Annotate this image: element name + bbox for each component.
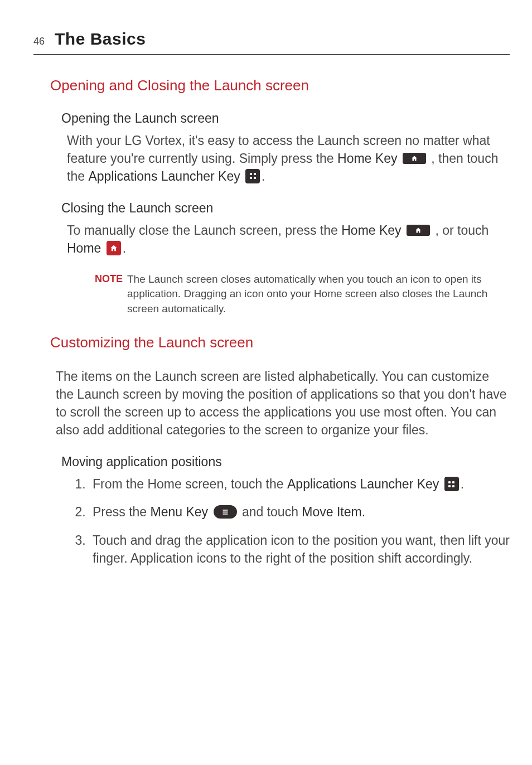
app-launcher-icon: [444, 477, 459, 491]
subheading-moving: Moving application positions: [61, 453, 510, 471]
paragraph-opening: With your LG Vortex, it's easy to access…: [67, 132, 510, 186]
step-3: Touch and drag the application icon to t…: [89, 531, 510, 567]
paragraph-closing: To manually close the Launch screen, pre…: [67, 221, 510, 257]
app-launcher-icon: [245, 169, 260, 183]
svg-rect-2: [223, 514, 228, 515]
steps-list: From the Home screen, touch the Applicat…: [89, 475, 510, 567]
text: .: [461, 477, 464, 491]
subheading-opening: Opening the Launch screen: [61, 110, 510, 127]
home-label: Home: [67, 241, 101, 255]
step-1: From the Home screen, touch the Applicat…: [89, 475, 510, 493]
menu-key-label: Menu Key: [151, 505, 209, 519]
text: .: [262, 169, 265, 183]
page-number: 46: [33, 35, 45, 48]
text: and touch: [242, 505, 302, 519]
home-key-label: Home Key: [337, 151, 397, 166]
text: .: [123, 241, 126, 255]
home-key-icon: [403, 153, 426, 164]
heading-opening-closing: Opening and Closing the Launch screen: [50, 76, 510, 95]
note-block: NOTE The Launch screen closes automatica…: [95, 272, 510, 317]
home-key-icon: [407, 225, 430, 236]
page-header: 46 The Basics: [33, 28, 510, 55]
app-launcher-label: Applications Launcher Key: [88, 169, 240, 183]
section-title: The Basics: [55, 28, 146, 51]
heading-customizing: Customizing the Launch screen: [50, 333, 510, 352]
subheading-closing: Closing the Launch screen: [61, 200, 510, 217]
text: To manually close the Launch screen, pre…: [67, 223, 341, 238]
menu-key-icon: [214, 505, 237, 519]
home-key-label: Home Key: [341, 223, 401, 238]
svg-rect-0: [223, 510, 228, 511]
app-launcher-label: Applications Launcher Key: [287, 477, 439, 491]
move-item-label: Move Item.: [302, 505, 365, 519]
paragraph-customizing-intro: The items on the Launch screen are liste…: [56, 367, 510, 439]
text: , or touch: [435, 223, 489, 238]
step-2: Press the Menu Key and touch Move Item.: [89, 503, 510, 521]
note-label: NOTE: [95, 272, 123, 285]
text: From the Home screen, touch the: [93, 477, 287, 491]
svg-rect-1: [223, 512, 228, 513]
home-app-icon: [107, 241, 121, 255]
text: With your LG Vortex, it's easy to access…: [67, 133, 490, 166]
note-text: The Launch screen closes automatically w…: [127, 272, 510, 317]
text: Press the: [93, 505, 151, 519]
